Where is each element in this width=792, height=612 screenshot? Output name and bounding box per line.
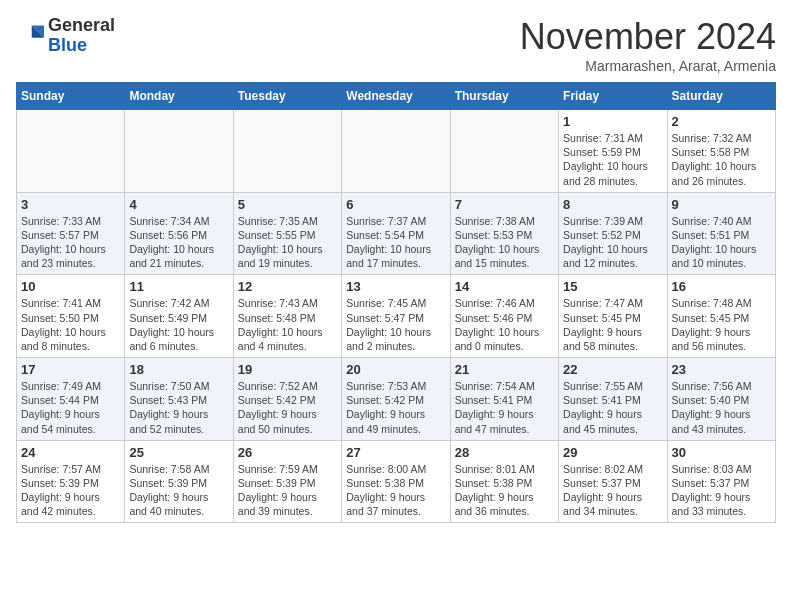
day-info: Sunrise: 8:01 AMSunset: 5:38 PMDaylight:… xyxy=(455,462,554,519)
day-number: 26 xyxy=(238,445,337,460)
day-info: Sunrise: 7:34 AMSunset: 5:56 PMDaylight:… xyxy=(129,214,228,271)
weekday-header-row: SundayMondayTuesdayWednesdayThursdayFrid… xyxy=(17,83,776,110)
calendar-day-cell: 19Sunrise: 7:52 AMSunset: 5:42 PMDayligh… xyxy=(233,358,341,441)
day-number: 21 xyxy=(455,362,554,377)
calendar-day-cell: 3Sunrise: 7:33 AMSunset: 5:57 PMDaylight… xyxy=(17,192,125,275)
page-header: General Blue November 2024 Marmarashen, … xyxy=(16,16,776,74)
day-info: Sunrise: 7:47 AMSunset: 5:45 PMDaylight:… xyxy=(563,296,662,353)
day-info: Sunrise: 7:41 AMSunset: 5:50 PMDaylight:… xyxy=(21,296,120,353)
calendar-day-cell: 15Sunrise: 7:47 AMSunset: 5:45 PMDayligh… xyxy=(559,275,667,358)
logo: General Blue xyxy=(16,16,115,56)
day-info: Sunrise: 7:37 AMSunset: 5:54 PMDaylight:… xyxy=(346,214,445,271)
calendar-day-cell: 4Sunrise: 7:34 AMSunset: 5:56 PMDaylight… xyxy=(125,192,233,275)
calendar-day-cell: 29Sunrise: 8:02 AMSunset: 5:37 PMDayligh… xyxy=(559,440,667,523)
location: Marmarashen, Ararat, Armenia xyxy=(520,58,776,74)
day-number: 10 xyxy=(21,279,120,294)
calendar-day-cell: 24Sunrise: 7:57 AMSunset: 5:39 PMDayligh… xyxy=(17,440,125,523)
day-number: 20 xyxy=(346,362,445,377)
day-info: Sunrise: 8:02 AMSunset: 5:37 PMDaylight:… xyxy=(563,462,662,519)
day-number: 12 xyxy=(238,279,337,294)
calendar-day-cell xyxy=(233,110,341,193)
calendar-day-cell: 8Sunrise: 7:39 AMSunset: 5:52 PMDaylight… xyxy=(559,192,667,275)
day-number: 15 xyxy=(563,279,662,294)
day-number: 29 xyxy=(563,445,662,460)
calendar-day-cell: 20Sunrise: 7:53 AMSunset: 5:42 PMDayligh… xyxy=(342,358,450,441)
day-info: Sunrise: 7:58 AMSunset: 5:39 PMDaylight:… xyxy=(129,462,228,519)
calendar-day-cell: 28Sunrise: 8:01 AMSunset: 5:38 PMDayligh… xyxy=(450,440,558,523)
calendar-day-cell: 25Sunrise: 7:58 AMSunset: 5:39 PMDayligh… xyxy=(125,440,233,523)
day-info: Sunrise: 7:33 AMSunset: 5:57 PMDaylight:… xyxy=(21,214,120,271)
day-info: Sunrise: 7:55 AMSunset: 5:41 PMDaylight:… xyxy=(563,379,662,436)
calendar-day-cell: 21Sunrise: 7:54 AMSunset: 5:41 PMDayligh… xyxy=(450,358,558,441)
day-info: Sunrise: 8:00 AMSunset: 5:38 PMDaylight:… xyxy=(346,462,445,519)
logo-icon xyxy=(16,22,44,50)
day-number: 14 xyxy=(455,279,554,294)
day-number: 28 xyxy=(455,445,554,460)
calendar-week-row: 17Sunrise: 7:49 AMSunset: 5:44 PMDayligh… xyxy=(17,358,776,441)
calendar-week-row: 24Sunrise: 7:57 AMSunset: 5:39 PMDayligh… xyxy=(17,440,776,523)
day-info: Sunrise: 7:35 AMSunset: 5:55 PMDaylight:… xyxy=(238,214,337,271)
day-info: Sunrise: 7:43 AMSunset: 5:48 PMDaylight:… xyxy=(238,296,337,353)
day-info: Sunrise: 7:31 AMSunset: 5:59 PMDaylight:… xyxy=(563,131,662,188)
day-info: Sunrise: 7:53 AMSunset: 5:42 PMDaylight:… xyxy=(346,379,445,436)
calendar-week-row: 1Sunrise: 7:31 AMSunset: 5:59 PMDaylight… xyxy=(17,110,776,193)
calendar-week-row: 10Sunrise: 7:41 AMSunset: 5:50 PMDayligh… xyxy=(17,275,776,358)
day-number: 8 xyxy=(563,197,662,212)
calendar-day-cell: 30Sunrise: 8:03 AMSunset: 5:37 PMDayligh… xyxy=(667,440,775,523)
calendar-day-cell: 22Sunrise: 7:55 AMSunset: 5:41 PMDayligh… xyxy=(559,358,667,441)
day-number: 9 xyxy=(672,197,771,212)
month-title: November 2024 xyxy=(520,16,776,58)
day-info: Sunrise: 7:56 AMSunset: 5:40 PMDaylight:… xyxy=(672,379,771,436)
calendar-day-cell: 17Sunrise: 7:49 AMSunset: 5:44 PMDayligh… xyxy=(17,358,125,441)
day-number: 25 xyxy=(129,445,228,460)
day-info: Sunrise: 7:49 AMSunset: 5:44 PMDaylight:… xyxy=(21,379,120,436)
day-number: 19 xyxy=(238,362,337,377)
day-number: 23 xyxy=(672,362,771,377)
weekday-header-saturday: Saturday xyxy=(667,83,775,110)
day-info: Sunrise: 7:38 AMSunset: 5:53 PMDaylight:… xyxy=(455,214,554,271)
calendar-day-cell: 6Sunrise: 7:37 AMSunset: 5:54 PMDaylight… xyxy=(342,192,450,275)
day-number: 11 xyxy=(129,279,228,294)
calendar-day-cell: 26Sunrise: 7:59 AMSunset: 5:39 PMDayligh… xyxy=(233,440,341,523)
day-number: 1 xyxy=(563,114,662,129)
calendar-day-cell: 7Sunrise: 7:38 AMSunset: 5:53 PMDaylight… xyxy=(450,192,558,275)
calendar-day-cell: 14Sunrise: 7:46 AMSunset: 5:46 PMDayligh… xyxy=(450,275,558,358)
calendar-week-row: 3Sunrise: 7:33 AMSunset: 5:57 PMDaylight… xyxy=(17,192,776,275)
calendar-day-cell: 13Sunrise: 7:45 AMSunset: 5:47 PMDayligh… xyxy=(342,275,450,358)
calendar-day-cell xyxy=(450,110,558,193)
day-info: Sunrise: 8:03 AMSunset: 5:37 PMDaylight:… xyxy=(672,462,771,519)
calendar-day-cell: 16Sunrise: 7:48 AMSunset: 5:45 PMDayligh… xyxy=(667,275,775,358)
calendar-day-cell: 2Sunrise: 7:32 AMSunset: 5:58 PMDaylight… xyxy=(667,110,775,193)
day-number: 17 xyxy=(21,362,120,377)
weekday-header-wednesday: Wednesday xyxy=(342,83,450,110)
day-info: Sunrise: 7:45 AMSunset: 5:47 PMDaylight:… xyxy=(346,296,445,353)
calendar-day-cell: 5Sunrise: 7:35 AMSunset: 5:55 PMDaylight… xyxy=(233,192,341,275)
calendar-day-cell xyxy=(17,110,125,193)
logo-text: General Blue xyxy=(48,16,115,56)
day-info: Sunrise: 7:32 AMSunset: 5:58 PMDaylight:… xyxy=(672,131,771,188)
day-number: 6 xyxy=(346,197,445,212)
calendar-day-cell: 1Sunrise: 7:31 AMSunset: 5:59 PMDaylight… xyxy=(559,110,667,193)
day-number: 13 xyxy=(346,279,445,294)
day-info: Sunrise: 7:39 AMSunset: 5:52 PMDaylight:… xyxy=(563,214,662,271)
calendar-day-cell: 11Sunrise: 7:42 AMSunset: 5:49 PMDayligh… xyxy=(125,275,233,358)
day-number: 18 xyxy=(129,362,228,377)
weekday-header-sunday: Sunday xyxy=(17,83,125,110)
day-number: 30 xyxy=(672,445,771,460)
weekday-header-tuesday: Tuesday xyxy=(233,83,341,110)
day-info: Sunrise: 7:59 AMSunset: 5:39 PMDaylight:… xyxy=(238,462,337,519)
day-number: 27 xyxy=(346,445,445,460)
calendar-day-cell: 10Sunrise: 7:41 AMSunset: 5:50 PMDayligh… xyxy=(17,275,125,358)
day-number: 3 xyxy=(21,197,120,212)
day-number: 5 xyxy=(238,197,337,212)
day-info: Sunrise: 7:42 AMSunset: 5:49 PMDaylight:… xyxy=(129,296,228,353)
title-block: November 2024 Marmarashen, Ararat, Armen… xyxy=(520,16,776,74)
calendar-day-cell: 27Sunrise: 8:00 AMSunset: 5:38 PMDayligh… xyxy=(342,440,450,523)
weekday-header-friday: Friday xyxy=(559,83,667,110)
calendar-day-cell: 12Sunrise: 7:43 AMSunset: 5:48 PMDayligh… xyxy=(233,275,341,358)
day-info: Sunrise: 7:50 AMSunset: 5:43 PMDaylight:… xyxy=(129,379,228,436)
day-number: 24 xyxy=(21,445,120,460)
weekday-header-monday: Monday xyxy=(125,83,233,110)
day-info: Sunrise: 7:52 AMSunset: 5:42 PMDaylight:… xyxy=(238,379,337,436)
weekday-header-thursday: Thursday xyxy=(450,83,558,110)
